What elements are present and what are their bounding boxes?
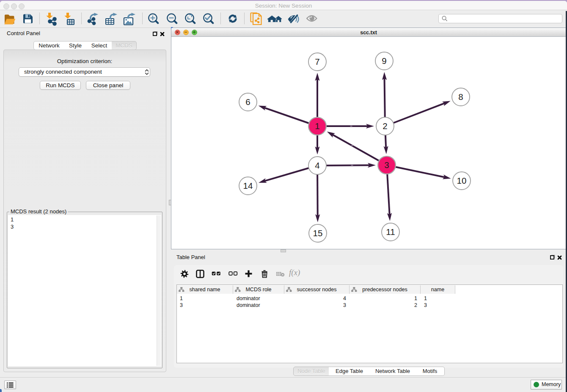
svg-text:15: 15 [313, 228, 323, 238]
svg-text:6: 6 [245, 97, 250, 107]
svg-text:1: 1 [315, 121, 319, 131]
svg-text:14: 14 [243, 181, 253, 190]
svg-text:3: 3 [384, 160, 389, 170]
svg-text:2: 2 [383, 121, 387, 131]
svg-text:10: 10 [457, 176, 467, 185]
svg-text:11: 11 [386, 227, 395, 237]
svg-text:4: 4 [315, 160, 319, 170]
svg-text:7: 7 [315, 57, 319, 66]
svg-text:9: 9 [382, 56, 386, 66]
svg-text:8: 8 [458, 92, 463, 102]
